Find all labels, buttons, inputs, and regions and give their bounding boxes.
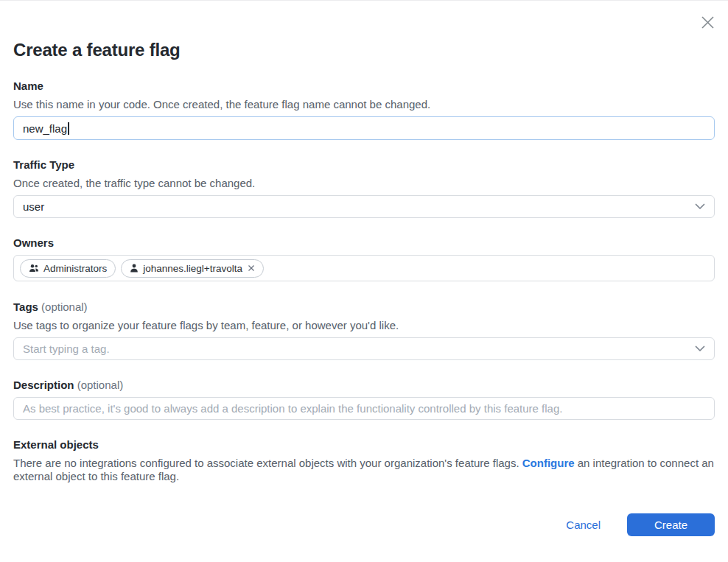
- tags-placeholder: Start typing a tag.: [23, 343, 110, 355]
- cancel-button[interactable]: Cancel: [560, 514, 606, 535]
- chevron-down-icon: [695, 345, 705, 352]
- owners-input[interactable]: Administrators johannes.liegl+travolta: [13, 255, 715, 281]
- group-icon: [29, 264, 39, 273]
- name-section: Name Use this name in your code. Once cr…: [13, 80, 715, 140]
- external-objects-section: External objects There are no integratio…: [13, 438, 715, 483]
- text-cursor: [68, 122, 69, 135]
- create-button[interactable]: Create: [627, 513, 715, 536]
- tags-label: Tags: [13, 301, 38, 313]
- modal-footer: Cancel Create: [13, 513, 715, 536]
- description-placeholder: As best practice, it's good to always ad…: [23, 402, 562, 415]
- tags-optional-label: (optional): [41, 301, 88, 313]
- description-section: Description (optional) As best practice,…: [13, 379, 715, 420]
- external-objects-text-before: There are no integrations configured to …: [13, 457, 522, 469]
- tags-section: Tags (optional) Use tags to organize you…: [13, 301, 715, 360]
- external-objects-label: External objects: [13, 438, 715, 452]
- remove-owner-icon[interactable]: [248, 264, 255, 272]
- traffic-type-label: Traffic Type: [13, 158, 715, 172]
- close-icon: [700, 15, 715, 30]
- owners-label: Owners: [13, 236, 715, 250]
- owner-chip-label: johannes.liegl+travolta: [143, 263, 242, 274]
- page-title: Create a feature flag: [13, 1, 715, 61]
- owner-chip-label: Administrators: [43, 263, 107, 274]
- traffic-type-select[interactable]: user: [13, 195, 715, 218]
- description-input[interactable]: As best practice, it's good to always ad…: [13, 397, 715, 420]
- external-objects-text: There are no integrations configured to …: [13, 457, 715, 483]
- name-input-value: new_flag: [23, 122, 67, 135]
- traffic-type-value: user: [23, 200, 44, 213]
- close-button[interactable]: [699, 13, 716, 31]
- name-description: Use this name in your code. Once created…: [13, 98, 715, 111]
- owner-chip-administrators[interactable]: Administrators: [20, 259, 116, 278]
- name-label: Name: [13, 80, 715, 93]
- tags-description: Use tags to organize your feature flags …: [13, 319, 715, 332]
- description-label: Description: [13, 379, 74, 391]
- owner-chip-user[interactable]: johannes.liegl+travolta: [121, 259, 264, 278]
- person-icon: [130, 264, 139, 273]
- owners-section: Owners Administrators: [13, 236, 715, 281]
- tags-input[interactable]: Start typing a tag.: [13, 337, 715, 360]
- chevron-down-icon: [695, 203, 705, 210]
- create-feature-flag-modal: Create a feature flag Name Use this name…: [0, 0, 728, 562]
- configure-link[interactable]: Configure: [522, 457, 575, 469]
- description-optional-label: (optional): [77, 379, 124, 391]
- traffic-type-section: Traffic Type Once created, the traffic t…: [13, 158, 715, 218]
- traffic-type-description: Once created, the traffic type cannot be…: [13, 177, 715, 190]
- name-input[interactable]: new_flag: [13, 116, 715, 140]
